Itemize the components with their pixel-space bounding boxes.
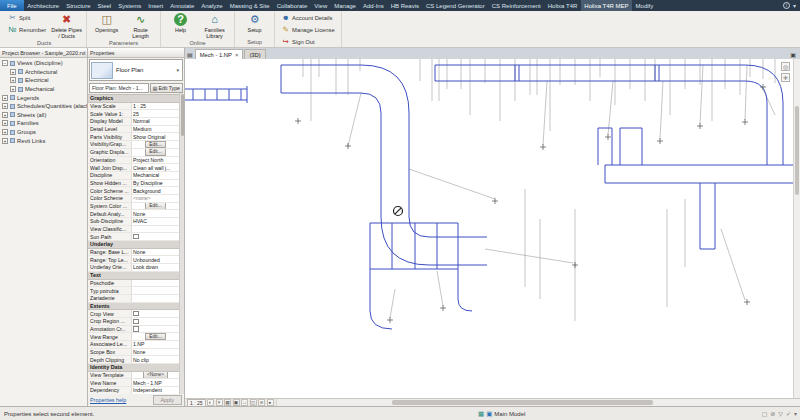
expander-icon[interactable]: − bbox=[2, 60, 8, 66]
project-browser-header[interactable]: Project Browser - Sample_2020.rvt bbox=[0, 48, 87, 58]
ribbon-button-renumber[interactable]: №Renumber bbox=[6, 24, 48, 35]
reveal-hidden-elements-icon[interactable]: ● bbox=[267, 399, 274, 406]
chevron-down-icon[interactable]: ▾ bbox=[176, 67, 181, 73]
ribbon-button-families-library[interactable]: ⌂Families Library bbox=[199, 12, 230, 39]
property-value[interactable]: Project North bbox=[132, 157, 179, 164]
property-value[interactable]: Independent bbox=[132, 387, 179, 394]
property-section-identity-data[interactable]: Identity Data bbox=[88, 364, 179, 372]
property-value[interactable]: Edit... bbox=[132, 203, 179, 210]
property-value[interactable]: Show Original bbox=[132, 133, 179, 140]
property-value[interactable]: Medium bbox=[132, 126, 179, 133]
property-section-extents[interactable]: Extents bbox=[88, 303, 179, 311]
checkbox[interactable] bbox=[133, 311, 139, 317]
property-value[interactable]: None bbox=[132, 249, 179, 256]
property-section-graphics[interactable]: Graphics bbox=[88, 95, 179, 103]
expander-icon[interactable]: + bbox=[10, 77, 16, 83]
property-value[interactable]: Edit... bbox=[132, 149, 179, 156]
ribbon-button-setup[interactable]: ⚙Setup bbox=[239, 12, 270, 33]
browser-item-schedules-quantities-alachny[interactable]: +Schedules/Quantities (alachny) bbox=[0, 102, 87, 111]
edit-button[interactable]: Edit... bbox=[145, 333, 165, 340]
visual-style-icon[interactable]: ☀ bbox=[216, 399, 223, 406]
properties-header[interactable]: Properties bbox=[88, 48, 184, 58]
detail-level-icon[interactable]: ◐ bbox=[207, 399, 214, 406]
ribbon-button-sign-out[interactable]: ↪Sign Out bbox=[279, 36, 337, 47]
property-value[interactable]: Look down bbox=[132, 264, 179, 271]
property-value[interactable]: Unbounded bbox=[132, 256, 179, 263]
edit-button[interactable]: Edit... bbox=[145, 141, 165, 148]
properties-help-link[interactable]: Properties help bbox=[90, 397, 126, 403]
browser-item-revit-links[interactable]: +Revit Links bbox=[0, 136, 87, 145]
property-value[interactable]: 1 : 25 bbox=[132, 103, 179, 110]
edit-button[interactable]: Edit... bbox=[145, 203, 165, 210]
press-drag-icon[interactable]: ⊘ bbox=[770, 410, 775, 417]
ribbon-tab-insert[interactable]: Insert bbox=[145, 0, 167, 11]
ribbon-tab-cs-reinforcement[interactable]: CS Reinforcement bbox=[488, 0, 544, 11]
expander-icon[interactable]: + bbox=[2, 138, 8, 144]
ribbon-tab-hb-reavis[interactable]: HB Reavis bbox=[387, 0, 422, 11]
property-value[interactable]: Mechanical bbox=[132, 172, 179, 179]
browser-item-views-discipline[interactable]: −Views (Discipline) bbox=[0, 59, 87, 68]
edit-button[interactable]: Edit... bbox=[145, 149, 165, 156]
expander-icon[interactable]: + bbox=[2, 129, 8, 135]
property-value[interactable]: Edit... bbox=[132, 333, 179, 340]
expander-icon[interactable]: + bbox=[2, 112, 8, 118]
views-list-icon[interactable]: ▤ bbox=[187, 51, 193, 58]
scrollbar-thumb[interactable] bbox=[181, 94, 184, 136]
expander-icon[interactable]: + bbox=[10, 86, 16, 92]
property-value[interactable] bbox=[132, 233, 179, 240]
browser-item-architectural[interactable]: +Architectural bbox=[0, 68, 87, 77]
property-value[interactable]: Normal bbox=[132, 118, 179, 125]
ribbon-tab-annotate[interactable]: Annotate bbox=[167, 0, 198, 11]
ribbon-tab-view[interactable]: View bbox=[311, 0, 331, 11]
checkbox[interactable] bbox=[133, 319, 139, 325]
properties-scrollbar[interactable] bbox=[179, 93, 184, 394]
pan-zoom-icon[interactable]: ✛ bbox=[781, 73, 790, 82]
property-value[interactable]: 1.NP bbox=[132, 341, 179, 348]
scrollbar-thumb[interactable] bbox=[392, 400, 654, 405]
ribbon-button-delete-pipes-ducts[interactable]: ✖Delete Pipes / Ducts bbox=[51, 12, 82, 39]
property-value[interactable]: <none> bbox=[132, 195, 179, 202]
crop-view-icon[interactable]: □ bbox=[241, 399, 248, 406]
property-value[interactable]: None bbox=[132, 349, 179, 356]
property-value[interactable] bbox=[132, 295, 179, 302]
expander-icon[interactable]: + bbox=[2, 120, 8, 126]
property-value[interactable]: Clean all wall j... bbox=[132, 164, 179, 171]
ribbon-tab-architecture[interactable]: Architecture bbox=[24, 0, 63, 11]
ribbon-tab-cs-legend-generator[interactable]: CS Legend Generator bbox=[422, 0, 488, 11]
checkbox[interactable] bbox=[133, 326, 139, 332]
ribbon-tab-systems[interactable]: Systems bbox=[115, 0, 145, 11]
editable-only-icon[interactable]: ✓ bbox=[786, 410, 791, 417]
ribbon-tab-steel[interactable]: Steel bbox=[94, 0, 115, 11]
property-value[interactable] bbox=[132, 280, 179, 287]
ribbon-tab-massing-site[interactable]: Massing & Site bbox=[226, 0, 273, 11]
ribbon-button-manage-license[interactable]: ✎Manage License bbox=[279, 24, 337, 35]
property-value[interactable]: Background bbox=[132, 187, 179, 194]
ribbon-collapse-icon[interactable]: ▾ bbox=[793, 2, 796, 9]
ribbon-tab-analyze[interactable]: Analyze bbox=[198, 0, 226, 11]
sun-path-icon[interactable]: ▦ bbox=[224, 399, 231, 406]
ribbon-button-route-length[interactable]: ∿Route Length bbox=[125, 12, 156, 39]
ribbon-tab-manage[interactable]: Manage bbox=[331, 0, 360, 11]
properties-filter-combo[interactable]: Floor Plan: Mech - 1... bbox=[89, 83, 149, 93]
navigation-wheel-icon[interactable]: ◎ bbox=[781, 62, 790, 71]
type-selector[interactable]: Floor Plan ▾ bbox=[89, 59, 183, 81]
property-value[interactable]: Edit... bbox=[132, 141, 179, 148]
property-section-underlay[interactable]: Underlay bbox=[88, 241, 179, 249]
ribbon-tab-modify[interactable]: Modify bbox=[632, 0, 657, 11]
file-menu-button[interactable]: File bbox=[0, 0, 24, 11]
property-section-text[interactable]: Text bbox=[88, 272, 179, 280]
edit-button[interactable]: <None> bbox=[143, 372, 168, 379]
property-value[interactable] bbox=[132, 287, 179, 294]
vertical-scrollbar[interactable] bbox=[793, 59, 800, 398]
property-value[interactable]: 25 bbox=[132, 110, 179, 117]
browser-item-groups[interactable]: +Groups bbox=[0, 128, 87, 137]
exclude-options-icon[interactable]: ▢ bbox=[762, 410, 768, 417]
property-value[interactable]: None bbox=[132, 210, 179, 217]
close-tab-icon[interactable]: × bbox=[235, 52, 239, 58]
property-value[interactable] bbox=[132, 310, 179, 317]
view-tab-3d[interactable]: (3D) bbox=[244, 49, 265, 59]
ribbon-tab-collaborate[interactable]: Collaborate bbox=[273, 0, 311, 11]
property-value[interactable] bbox=[132, 226, 179, 233]
property-value[interactable] bbox=[132, 326, 179, 333]
property-value[interactable]: By Discipline bbox=[132, 180, 179, 187]
